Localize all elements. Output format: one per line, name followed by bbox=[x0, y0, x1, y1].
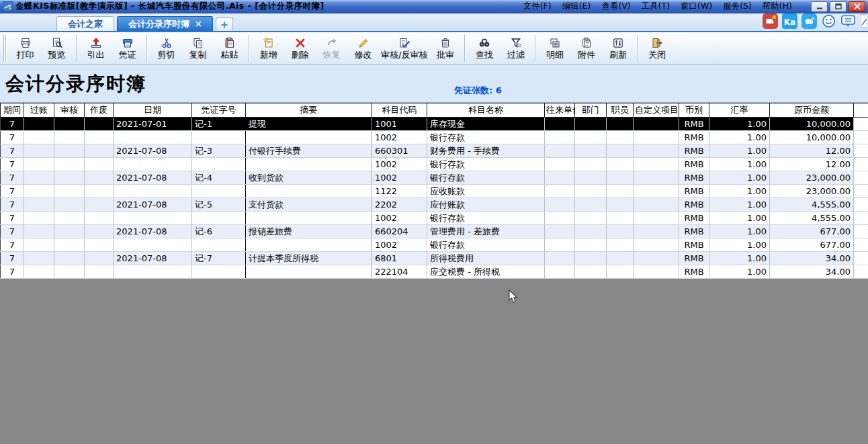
table-cell[interactable]: 记-5 bbox=[192, 198, 246, 212]
table-cell[interactable] bbox=[575, 198, 607, 212]
table-cell[interactable]: 7 bbox=[1, 171, 24, 185]
table-cell[interactable] bbox=[54, 198, 85, 212]
table-row[interactable]: 72021-07-08记-7计提本季度所得税6801所得税费用RMB1.0034… bbox=[1, 252, 868, 265]
column-header[interactable]: 自定义项目 bbox=[634, 103, 679, 118]
table-cell[interactable]: 1002 bbox=[372, 131, 427, 144]
table-cell[interactable]: 34.00 bbox=[770, 252, 854, 265]
table-cell[interactable]: 2021-07-08 bbox=[114, 252, 192, 265]
table-cell[interactable]: 222104 bbox=[372, 265, 427, 279]
table-cell[interactable] bbox=[85, 171, 114, 185]
table-cell[interactable]: 银行存款 bbox=[427, 171, 545, 185]
table-row[interactable]: 72021-07-08记-4收到货款1002银行存款RMB1.0023,000.… bbox=[1, 171, 868, 185]
table-cell[interactable] bbox=[575, 265, 607, 279]
message-icon[interactable] bbox=[840, 13, 856, 29]
table-cell[interactable]: 23,000.00 bbox=[770, 185, 854, 198]
table-cell[interactable] bbox=[24, 252, 54, 265]
table-cell[interactable] bbox=[54, 265, 85, 279]
table-cell[interactable] bbox=[192, 265, 246, 279]
column-header[interactable]: 职员 bbox=[607, 103, 634, 118]
table-cell[interactable] bbox=[24, 185, 54, 198]
table-cell[interactable] bbox=[575, 252, 607, 265]
table-cell[interactable]: 7 bbox=[1, 252, 24, 265]
table-cell[interactable]: 1002 bbox=[372, 238, 427, 252]
print-button[interactable]: 打印 bbox=[9, 33, 41, 64]
table-cell[interactable]: RMB bbox=[679, 118, 709, 131]
table-cell[interactable] bbox=[634, 252, 679, 265]
table-cell[interactable]: 7 bbox=[1, 225, 24, 238]
cloud-red-icon[interactable] bbox=[763, 13, 778, 29]
table-cell[interactable]: 7 bbox=[1, 238, 24, 252]
table-cell[interactable] bbox=[575, 212, 607, 225]
table-cell[interactable]: 应收账款 bbox=[427, 185, 545, 198]
table-cell[interactable] bbox=[192, 238, 246, 252]
table-cell[interactable] bbox=[607, 144, 634, 158]
table-cell[interactable]: 34.00 bbox=[770, 265, 854, 279]
table-cell[interactable] bbox=[114, 131, 192, 144]
table-row[interactable]: 71002银行存款RMB1.004,555.00 bbox=[1, 212, 868, 225]
table-cell[interactable] bbox=[54, 252, 85, 265]
table-cell[interactable] bbox=[192, 185, 246, 198]
table-cell[interactable] bbox=[246, 158, 372, 171]
menu-item-edit[interactable]: 编辑(E) bbox=[558, 0, 595, 13]
table-cell[interactable] bbox=[246, 131, 372, 144]
column-header[interactable]: 摘要 bbox=[246, 103, 372, 118]
table-cell[interactable] bbox=[246, 212, 372, 225]
table-cell[interactable]: 2021-07-08 bbox=[114, 225, 192, 238]
table-row[interactable]: 71002银行存款RMB1.00677.00 bbox=[1, 238, 868, 252]
menu-item-help[interactable]: 帮助(H) bbox=[758, 0, 796, 13]
table-cell[interactable] bbox=[545, 185, 575, 198]
table-cell[interactable]: 记-7 bbox=[192, 252, 246, 265]
table-cell[interactable] bbox=[114, 185, 192, 198]
column-header[interactable]: 凭证字号 bbox=[192, 103, 246, 118]
table-cell[interactable] bbox=[54, 144, 85, 158]
table-cell[interactable]: 1.00 bbox=[709, 265, 770, 279]
table-cell[interactable] bbox=[85, 212, 114, 225]
table-cell[interactable]: 管理费用 - 差旅费 bbox=[427, 225, 545, 238]
table-cell[interactable]: 记-3 bbox=[192, 144, 246, 158]
table-cell[interactable] bbox=[54, 238, 85, 252]
table-cell[interactable] bbox=[634, 171, 679, 185]
table-cell[interactable] bbox=[634, 131, 679, 144]
table-cell[interactable] bbox=[24, 198, 54, 212]
table-cell[interactable]: 1002 bbox=[372, 158, 427, 171]
table-cell[interactable]: 660301 bbox=[372, 144, 427, 158]
column-header[interactable]: 往来单位 bbox=[545, 103, 575, 118]
table-cell[interactable] bbox=[607, 212, 634, 225]
voucher-button[interactable]: 凭证 bbox=[112, 33, 143, 64]
table-cell[interactable] bbox=[85, 118, 114, 131]
table-cell[interactable] bbox=[246, 185, 372, 198]
table-cell[interactable]: 1.00 bbox=[709, 118, 770, 131]
table-cell[interactable] bbox=[634, 185, 679, 198]
tab-close-icon[interactable] bbox=[196, 17, 202, 31]
table-cell[interactable]: RMB bbox=[679, 225, 709, 238]
table-cell[interactable]: 7 bbox=[1, 185, 24, 198]
table-cell[interactable]: 1.00 bbox=[709, 144, 770, 158]
table-row[interactable]: 72021-07-08记-5支付货款2202应付账款RMB1.004,555.0… bbox=[1, 198, 868, 212]
table-cell[interactable] bbox=[607, 158, 634, 171]
column-header[interactable]: 作废 bbox=[85, 103, 114, 118]
table-row[interactable]: 72021-07-08记-6报销差旅费660204管理费用 - 差旅费RMB1.… bbox=[1, 225, 868, 238]
cut-button[interactable]: 剪切 bbox=[150, 33, 182, 64]
table-cell[interactable] bbox=[24, 212, 54, 225]
copy-button[interactable]: 复制 bbox=[182, 33, 214, 64]
batch-audit-button[interactable]: 批审 bbox=[429, 33, 461, 64]
table-cell[interactable]: 银行存款 bbox=[427, 158, 545, 171]
table-cell[interactable]: RMB bbox=[679, 252, 709, 265]
table-cell[interactable]: 计提本季度所得税 bbox=[246, 252, 372, 265]
refresh-button[interactable]: 刷新 bbox=[602, 33, 634, 64]
column-header[interactable]: 审核 bbox=[54, 103, 85, 118]
preview-button[interactable]: 预览 bbox=[41, 33, 73, 64]
table-cell[interactable] bbox=[607, 265, 634, 279]
table-cell[interactable]: 677.00 bbox=[770, 238, 854, 252]
table-cell[interactable] bbox=[545, 131, 575, 144]
column-header[interactable]: 日期 bbox=[114, 103, 192, 118]
table-cell[interactable]: 收到货款 bbox=[246, 171, 372, 185]
table-cell[interactable] bbox=[192, 131, 246, 144]
table-cell[interactable] bbox=[85, 158, 114, 171]
table-cell[interactable]: 1.00 bbox=[709, 185, 770, 198]
table-row[interactable]: 71002银行存款RMB1.0010,000.00 bbox=[1, 131, 868, 144]
table-cell[interactable] bbox=[607, 185, 634, 198]
table-cell[interactable]: 2021-07-01 bbox=[114, 118, 192, 131]
table-cell[interactable]: 1.00 bbox=[709, 212, 770, 225]
table-cell[interactable] bbox=[607, 225, 634, 238]
